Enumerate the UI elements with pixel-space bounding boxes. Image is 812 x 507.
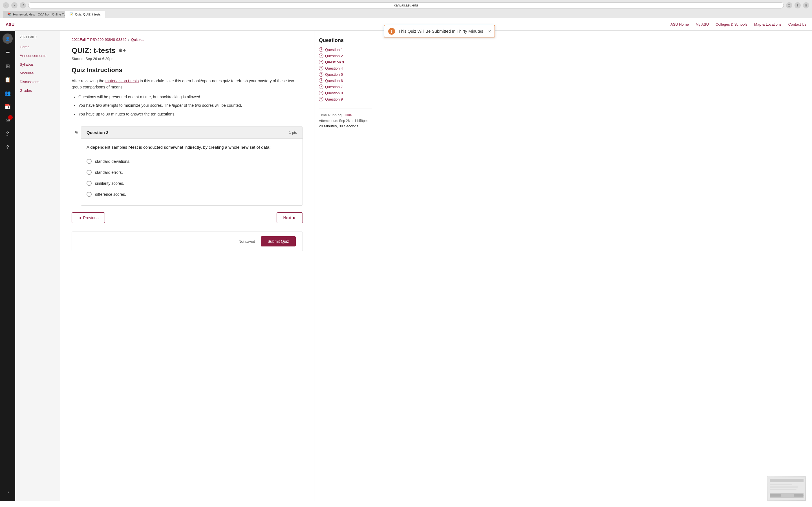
question-pts: 1 pts xyxy=(289,130,297,135)
menu-icon[interactable]: ☰ xyxy=(1,47,14,59)
main-content: 2021Fall-T-PSY290-93848-93849 › Quizzes … xyxy=(60,31,314,501)
calendar-icon[interactable]: 📅 xyxy=(1,101,14,113)
question-text: A dependent samples t-test is conducted … xyxy=(87,144,297,151)
thumbnail-image xyxy=(767,476,806,501)
topnav-colleges[interactable]: Colleges & Schools xyxy=(716,22,748,26)
user-avatar[interactable]: 👤 xyxy=(3,34,13,44)
previous-button[interactable]: ◄ Previous xyxy=(71,212,105,223)
option-2[interactable]: standard errors. xyxy=(87,167,297,178)
back-button[interactable]: ‹ xyxy=(3,2,9,8)
topnav-asu-home[interactable]: ASU Home xyxy=(670,22,689,26)
quiz-navigation: ◄ Previous Next ► xyxy=(71,212,303,223)
next-button[interactable]: Next ► xyxy=(276,212,303,223)
tab-favicon-2: 📝 xyxy=(69,12,73,16)
not-saved-label: Not saved xyxy=(239,239,255,244)
notification-warning-icon: ! xyxy=(388,28,395,35)
breadcrumb: 2021Fall-T-PSY290-93848-93849 › Quizzes xyxy=(71,38,303,42)
nav-grades[interactable]: Grades xyxy=(15,86,60,95)
url-bar[interactable]: canvas.asu.edu xyxy=(28,2,784,8)
history-icon[interactable]: ⏱ xyxy=(1,128,14,140)
topnav-map[interactable]: Map & Locations xyxy=(754,22,781,26)
question-link-1[interactable]: ? Question 1 xyxy=(319,47,371,52)
sidebar-icons: 👤 ☰ ⊞ 📋 👥 📅 ✉ ⏱ ? → xyxy=(0,31,15,501)
question-link-2[interactable]: ? Question 2 xyxy=(319,54,371,58)
instructions-title: Quiz Instructions xyxy=(71,66,303,74)
help-icon[interactable]: ? xyxy=(1,141,14,154)
courses-icon[interactable]: 📋 xyxy=(1,73,14,86)
breadcrumb-quizzes[interactable]: Quizzes xyxy=(131,38,144,42)
extensions-button[interactable]: ⬡ xyxy=(786,2,792,8)
time-running-label: Time Running: Hide xyxy=(319,113,371,117)
quiz-bullets: Questions will be presented one at a tim… xyxy=(79,94,303,117)
topnav-my-asu[interactable]: My ASU xyxy=(696,22,709,26)
notification-banner: ! This Quiz Will Be Submitted In Thirty … xyxy=(384,25,495,38)
submit-bar: Not saved Submit Quiz xyxy=(71,231,303,251)
breadcrumb-course[interactable]: 2021Fall-T-PSY290-93848-93849 xyxy=(71,38,126,42)
svg-rect-4 xyxy=(770,489,797,490)
svg-rect-3 xyxy=(770,487,798,488)
question-link-5[interactable]: ? Question 5 xyxy=(319,72,371,76)
window-button[interactable]: ⧉ xyxy=(803,2,809,8)
inbox-icon[interactable]: ✉ xyxy=(1,114,14,126)
question-link-3[interactable]: ? Question 3 xyxy=(319,60,371,64)
radio-1[interactable] xyxy=(87,159,92,164)
time-countdown: 29 Minutes, 30 Seconds xyxy=(319,124,371,128)
question-link-4[interactable]: ? Question 4 xyxy=(319,66,371,70)
question-wrapper: ⚑ Question 3 1 pts A dependent samples t… xyxy=(71,126,303,213)
question-link-8[interactable]: ? Question 8 xyxy=(319,91,371,95)
dashboard-icon[interactable]: ⊞ xyxy=(1,60,14,72)
question-icon-2: ? xyxy=(319,54,323,58)
option-1[interactable]: standard deviations. xyxy=(87,156,297,167)
settings-icon[interactable]: ⚙✦ xyxy=(118,48,126,53)
question-icon-6: ? xyxy=(319,78,323,83)
browser-chrome: ‹ › ↺ canvas.asu.edu ⬡ ⬆ ⧉ 📚 Homework He… xyxy=(0,0,812,18)
bullet-2: You have two attempts to maximize your s… xyxy=(79,102,303,108)
nav-home[interactable]: Home xyxy=(15,43,60,51)
question-icon-4: ? xyxy=(319,66,323,70)
tab-favicon-1: 📚 xyxy=(7,12,11,16)
option-3-label: similarity scores. xyxy=(95,181,124,186)
radio-3[interactable] xyxy=(87,181,92,186)
hide-timer-link[interactable]: Hide xyxy=(345,113,352,117)
topnav-contact[interactable]: Contact Us xyxy=(788,22,806,26)
flag-wrapper: ⚑ xyxy=(71,126,81,213)
nav-announcements[interactable]: Announcements xyxy=(15,51,60,60)
option-4[interactable]: difference scores. xyxy=(87,189,297,200)
nav-modules[interactable]: Modules xyxy=(15,69,60,77)
question-icon-8: ? xyxy=(319,91,323,95)
tab-quiz[interactable]: 📝 Quiz: QUIZ: t-tests xyxy=(65,11,105,18)
reload-button[interactable]: ↺ xyxy=(20,2,26,8)
option-4-label: difference scores. xyxy=(95,192,126,196)
question-icon-7: ? xyxy=(319,84,323,89)
radio-2[interactable] xyxy=(87,170,92,175)
option-3[interactable]: similarity scores. xyxy=(87,178,297,189)
notification-close-button[interactable]: × xyxy=(488,28,491,34)
collapse-icon[interactable]: → xyxy=(1,486,14,498)
question-link-6[interactable]: ? Question 6 xyxy=(319,78,371,83)
question-header: Question 3 1 pts xyxy=(81,127,303,138)
instructions-text: After reviewing the materials on t-tests… xyxy=(71,78,303,91)
inbox-badge xyxy=(8,115,13,120)
question-link-9[interactable]: ? Question 9 xyxy=(319,97,371,101)
course-label: 2021 Fall C xyxy=(15,35,60,43)
share-button[interactable]: ⬆ xyxy=(795,2,801,8)
svg-rect-1 xyxy=(770,479,804,482)
nav-syllabus[interactable]: Syllabus xyxy=(15,60,60,69)
tab-coursehero[interactable]: 📚 Homework Help - Q&A from Online Tutors… xyxy=(3,11,65,18)
nav-discussions[interactable]: Discussions xyxy=(15,77,60,86)
svg-rect-7 xyxy=(794,494,804,497)
submit-quiz-button[interactable]: Submit Quiz xyxy=(261,236,296,246)
flag-icon[interactable]: ⚑ xyxy=(74,130,79,136)
radio-4[interactable] xyxy=(87,192,92,197)
svg-rect-2 xyxy=(770,484,792,485)
quiz-started: Started: Sep 26 at 6:29pm xyxy=(71,57,303,61)
right-sidebar: Questions ? Question 1 ? Question 2 ? Qu… xyxy=(314,31,376,501)
left-nav: 2021 Fall C Home Announcements Syllabus … xyxy=(15,31,60,501)
time-running-section: Time Running: Hide Attempt due: Sep 26 a… xyxy=(319,108,371,128)
question-link-7[interactable]: ? Question 7 xyxy=(319,84,371,89)
forward-button[interactable]: › xyxy=(11,2,17,8)
materials-link[interactable]: materials on t-tests xyxy=(105,78,139,83)
svg-rect-6 xyxy=(770,494,781,497)
groups-icon[interactable]: 👥 xyxy=(1,87,14,100)
divider xyxy=(71,122,303,122)
